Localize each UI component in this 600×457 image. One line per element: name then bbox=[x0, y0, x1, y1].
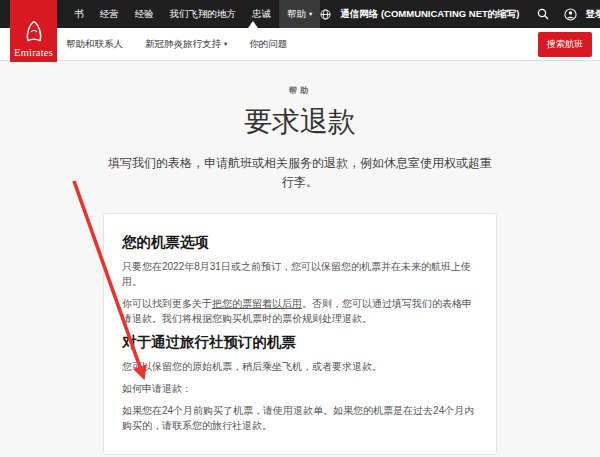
travel-agent-heading: 对于通过旅行社预订的机票 bbox=[122, 333, 478, 352]
primary-nav: 书 经营 经验 我们飞翔的地方 忠诚 帮助 ▾ bbox=[66, 0, 320, 28]
top-navigation-bar: 书 经营 经验 我们飞翔的地方 忠诚 帮助 ▾ 通信网络 (COMMUNICAT… bbox=[0, 0, 600, 28]
nav-item-experience[interactable]: 经验 bbox=[127, 0, 162, 28]
active-menu-caret bbox=[248, 21, 258, 28]
subnav-help-and-contacts[interactable]: 帮助和联系人 bbox=[66, 38, 123, 51]
emirates-calligraphy-icon bbox=[23, 19, 45, 47]
search-icon[interactable] bbox=[537, 8, 549, 20]
emirates-logo[interactable]: Emirates bbox=[10, 0, 57, 62]
page-header: 帮助 要求退款 填写我们的表格，申请航班或相关服务的退款，例如休息室使用权或超重… bbox=[0, 61, 600, 191]
chevron-down-icon: ▾ bbox=[224, 40, 227, 48]
travel-agent-paragraph-3: 如果您在24个月前购买了机票，请使用退款单。如果您的机票是在过去24个月内购买的… bbox=[122, 403, 478, 433]
chevron-down-icon: ▾ bbox=[309, 10, 312, 18]
keep-ticket-link[interactable]: 把您的票留着以后用 bbox=[212, 298, 302, 309]
subnav-covid-travel-support[interactable]: 新冠肺炎旅行支持 ▾ bbox=[145, 38, 227, 51]
page-title: 要求退款 bbox=[0, 103, 600, 141]
login-link[interactable]: 登录 bbox=[586, 8, 600, 21]
ticket-options-card: 您的机票选项 只要您在2022年8月31日或之前预订，您可以保留您的机票并在未来… bbox=[103, 213, 497, 455]
topbar-utilities: 通信网络 (COMMUNICATING NET的缩写) 登录 bbox=[320, 8, 600, 21]
travel-agent-paragraph-1: 您可以保留您的原始机票，稍后乘坐飞机，或者要求退款。 bbox=[122, 359, 478, 374]
ticket-options-heading: 您的机票选项 bbox=[122, 233, 478, 252]
language-selector[interactable]: 通信网络 (COMMUNICATING NET的缩写) bbox=[340, 8, 519, 21]
emirates-wordmark: Emirates bbox=[14, 47, 53, 58]
page-description: 填写我们的表格，申请航班或相关服务的退款，例如休息室使用权或超重行李。 bbox=[104, 154, 496, 191]
search-flights-button[interactable]: 搜索航班 bbox=[538, 32, 592, 57]
travel-agent-paragraph-2: 如何申请退款： bbox=[122, 381, 478, 396]
nav-item-book[interactable]: 书 bbox=[66, 0, 92, 28]
nav-item-help[interactable]: 帮助 ▾ bbox=[279, 0, 320, 28]
breadcrumb-eyebrow: 帮助 bbox=[0, 85, 600, 96]
globe-icon[interactable] bbox=[320, 9, 331, 20]
nav-item-where-we-fly[interactable]: 我们飞翔的地方 bbox=[162, 0, 245, 28]
help-sub-navigation: 帮助和联系人 新冠肺炎旅行支持 ▾ 你的问题 搜索航班 bbox=[0, 28, 600, 61]
subnav-your-questions[interactable]: 你的问题 bbox=[249, 38, 287, 51]
account-icon[interactable] bbox=[564, 8, 577, 21]
nav-item-manage[interactable]: 经营 bbox=[92, 0, 127, 28]
ticket-options-paragraph-2: 你可以找到更多关于把您的票留着以后用。否则，您可以通过填写我们的表格申请退款。我… bbox=[122, 296, 478, 326]
ticket-options-paragraph-1: 只要您在2022年8月31日或之前预订，您可以保留您的机票并在未来的航班上使用。 bbox=[122, 259, 478, 289]
